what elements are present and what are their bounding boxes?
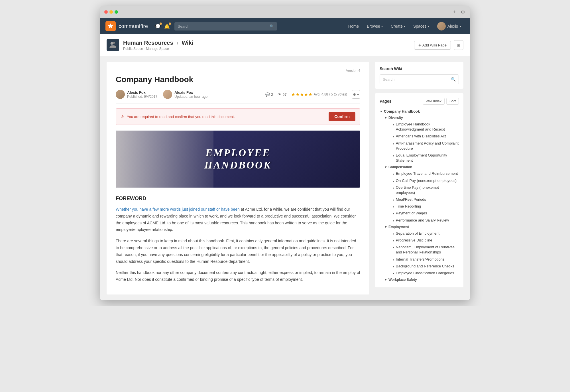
confirm-button[interactable]: Confirm xyxy=(329,112,355,121)
list-item[interactable]: ● Employee Travel and Reimbursement xyxy=(389,170,459,177)
comments-stat: 💬 2 xyxy=(265,92,273,97)
diversity-children: ● Employee Handbook Acknowledgment and R… xyxy=(389,121,459,164)
handbook-image-text: EMPLOYEE HANDBOOK xyxy=(204,147,272,171)
tree-compensation-parent[interactable]: ▼ Compensation xyxy=(384,164,459,170)
leaf-text: Time Reporting xyxy=(396,204,459,209)
eye-icon: 👁 xyxy=(278,92,281,97)
author2-date: Updated: an hour ago xyxy=(174,95,207,99)
nav-user-caret: ▾ xyxy=(460,25,461,28)
rating-stars[interactable]: ★★★★★ xyxy=(291,92,313,97)
author1-name: Alexis Fox xyxy=(127,90,157,95)
tree-workplace-safety-parent[interactable]: ▼ Workplace Safety xyxy=(384,277,459,283)
search-wiki-title: Search Wiki xyxy=(380,66,459,71)
employment-label: Employment xyxy=(388,225,409,229)
bullet-icon: ● xyxy=(393,198,394,202)
notification-badge-bell xyxy=(169,23,171,25)
navbar-icon-group: 💬 🔔 xyxy=(155,24,170,29)
leaf-text: On-Call Pay (nonexempt employees) xyxy=(396,178,459,183)
bullet-icon: ● xyxy=(393,219,394,222)
brand-logo-icon[interactable] xyxy=(105,21,116,31)
list-item[interactable]: ● Background and Reference Checks xyxy=(389,263,459,270)
chat-icon[interactable]: 💬 xyxy=(155,24,161,29)
brand-name: communifire xyxy=(119,23,148,29)
list-item[interactable]: ● Performance and Salary Review xyxy=(389,217,459,224)
notification-badge-chat xyxy=(160,23,162,25)
list-item[interactable]: ● Nepotism, Employment of Relatives and … xyxy=(389,244,459,256)
bell-icon[interactable]: 🔔 xyxy=(164,24,170,29)
nav-spaces-label: Spaces xyxy=(413,24,427,29)
employment-children: ● Separation of Employment ● Progressive… xyxy=(389,230,459,277)
maximize-dot[interactable] xyxy=(115,10,118,14)
nav-spaces[interactable]: Spaces ▾ xyxy=(410,22,433,31)
wiki-search-input[interactable] xyxy=(380,75,448,84)
tree-root[interactable]: ▼ Company Handbook xyxy=(380,108,459,115)
wiki-search-box: 🔍 xyxy=(380,74,459,84)
leaf-text: Equal Employment Opportunity Statement xyxy=(396,153,459,163)
author2-avatar xyxy=(163,90,172,99)
foreword-link[interactable]: Whether you have a few more words just j… xyxy=(116,207,240,212)
list-item[interactable]: ● Equal Employment Opportunity Statement xyxy=(389,152,459,164)
bullet-icon: ● xyxy=(393,239,394,242)
bullet-icon: ● xyxy=(393,232,394,235)
list-item[interactable]: ● Anti-harassment Policy and Complaint P… xyxy=(389,140,459,152)
foreword-title: FOREWORD xyxy=(116,196,360,202)
rating-text: Avg: 4.88 / 5 (5 votes) xyxy=(314,92,347,96)
list-item[interactable]: ● Internal Transfers/Promotions xyxy=(389,256,459,263)
tree-diversity-parent[interactable]: ▼ Diversity xyxy=(384,115,459,121)
list-item[interactable]: ● Time Reporting xyxy=(389,203,459,210)
wiki-search-button[interactable]: 🔍 xyxy=(448,75,459,84)
leaf-text: Progressive Discipline xyxy=(396,238,459,243)
alert-banner: ⚠ You are required to read and confirm t… xyxy=(116,108,360,125)
sidebar-toggle-button[interactable]: ⊞ xyxy=(454,40,463,50)
navbar-nav: Home Browse ▾ Create ▾ Spaces ▾ Alexis ▾ xyxy=(345,20,465,33)
list-item[interactable]: ● Americans with Disabilities Act xyxy=(389,133,459,140)
compensation-caret-icon: ▼ xyxy=(384,165,387,169)
pages-widget: Pages Wiki Index Sort ▼ Company Handbook xyxy=(375,93,463,287)
list-item[interactable]: ● Progressive Discipline xyxy=(389,237,459,244)
minimize-dot[interactable] xyxy=(109,10,113,14)
list-item[interactable]: ● Payment of Wages xyxy=(389,210,459,217)
page-type: Wiki xyxy=(182,40,193,46)
manage-space-link[interactable]: Manage Space xyxy=(146,47,169,51)
version-badge: Version 4 xyxy=(116,69,360,73)
list-item[interactable]: ● Separation of Employment xyxy=(389,230,459,237)
list-item[interactable]: ● Meal/Rest Periods xyxy=(389,196,459,203)
add-wiki-page-button[interactable]: ✚ Add Wiki Page xyxy=(414,41,451,50)
browser-dots xyxy=(104,10,118,14)
pages-actions: Wiki Index Sort xyxy=(423,98,459,105)
list-item[interactable]: ● Overtime Pay (nonexempt employees) xyxy=(389,184,459,196)
article-meta: Alexis Fox Published: 9/4/2017 Alexis Fo… xyxy=(116,90,360,104)
leaf-text: Performance and Salary Review xyxy=(396,218,459,223)
bullet-icon: ● xyxy=(393,180,394,183)
space-name: Human Resources xyxy=(123,40,173,46)
nav-create[interactable]: Create ▾ xyxy=(387,22,409,31)
list-item[interactable]: ● On-Call Pay (nonexempt employees) xyxy=(389,177,459,184)
sort-button[interactable]: Sort xyxy=(446,98,459,105)
nav-create-label: Create xyxy=(391,24,403,29)
nav-browse[interactable]: Browse ▾ xyxy=(363,22,386,31)
alert-message: You are required to read and confirm tha… xyxy=(127,115,235,119)
close-dot[interactable] xyxy=(104,10,108,14)
nav-user[interactable]: Alexis ▾ xyxy=(434,20,465,33)
browser-settings-icon[interactable]: ⚙ xyxy=(460,9,466,15)
nav-home-label: Home xyxy=(348,24,359,29)
nav-user-label: Alexis xyxy=(447,24,458,29)
comment-icon: 💬 xyxy=(265,92,270,97)
bullet-icon: ● xyxy=(393,123,394,126)
bullet-icon: ● xyxy=(393,154,394,157)
page-wrapper: Human Resources › Wiki Public Space · Ma… xyxy=(100,34,470,300)
content-area: Version 4 Company Handbook Alexis Fox Pu… xyxy=(100,56,470,300)
article-gear-button[interactable]: ⚙ ▾ xyxy=(352,90,360,99)
diversity-label: Diversity xyxy=(388,116,403,120)
navbar-search-input[interactable] xyxy=(174,22,277,31)
svg-point-1 xyxy=(113,42,115,44)
wiki-index-button[interactable]: Wiki Index xyxy=(423,98,445,105)
tree-employment-parent[interactable]: ▼ Employment xyxy=(384,224,459,230)
list-item[interactable]: ● Employee Classification Categories xyxy=(389,270,459,277)
sidebar: Search Wiki 🔍 Pages Wiki Index Sort xyxy=(375,62,463,294)
rating-stat: ★★★★★ Avg: 4.88 / 5 (5 votes) xyxy=(291,92,347,97)
new-tab-button[interactable]: + xyxy=(451,9,457,15)
space-icon xyxy=(107,39,119,51)
list-item[interactable]: ● Employee Handbook Acknowledgment and R… xyxy=(389,121,459,133)
nav-home[interactable]: Home xyxy=(345,22,362,31)
